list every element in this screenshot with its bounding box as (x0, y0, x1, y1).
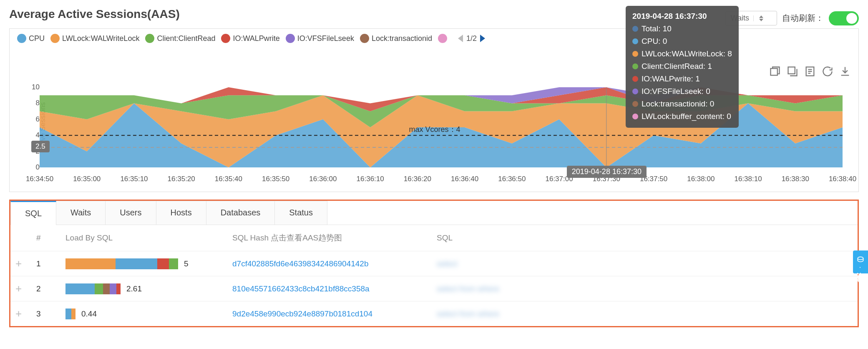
tab-waits[interactable]: Waits (56, 201, 106, 225)
load-segment (116, 283, 121, 294)
load-bar (65, 309, 75, 319)
load-segment (65, 283, 95, 294)
legend-label: Lock:transactionid (372, 34, 432, 43)
y-tick: 0 (36, 163, 40, 172)
tab-status[interactable]: Status (275, 201, 327, 225)
sql-hash-link[interactable]: d7cf402885fd6e46398342486904142b (232, 259, 369, 268)
tooltip-row: Total: 10 (632, 23, 732, 35)
legend-prev-icon[interactable] (458, 35, 463, 42)
load-value: 0.44 (81, 309, 97, 319)
legend-label: LWLock:WALWriteLock (62, 34, 139, 43)
row-index: 1 (31, 251, 60, 276)
col-hash: SQL Hash 点击查看AAS趋势图 (227, 225, 432, 251)
zoom-in-icon[interactable] (769, 66, 781, 77)
x-tick: 16:38:30 (782, 175, 809, 183)
x-tick: 16:36:50 (498, 175, 526, 183)
tab-users[interactable]: Users (106, 201, 156, 225)
sql-hash-link[interactable]: 9d2e458e990ecb924e8897b0181cd104 (232, 309, 372, 318)
max-vcores-label: max Vcores：4 (409, 124, 460, 134)
refresh-icon[interactable] (822, 66, 833, 77)
tooltip-dot (632, 89, 638, 94)
legend-next-icon[interactable] (480, 35, 485, 42)
x-tick: 16:35:00 (73, 175, 101, 183)
tab-databases[interactable]: Databases (206, 201, 275, 225)
expand-row-icon[interactable]: + (15, 307, 22, 320)
chart-tooltip: 2019-04-28 16:37:30Total: 10CPU: 0LWLock… (626, 6, 739, 128)
col-load: Load By SQL (60, 225, 227, 251)
legend-swatch (360, 34, 369, 43)
tooltip-dot (632, 26, 638, 32)
x-tick: 16:38:40 (829, 175, 856, 183)
x-tick: 16:35:50 (262, 175, 289, 183)
load-segment (110, 283, 116, 294)
tooltip-row: IO:WALPwrite: 1 (632, 73, 732, 85)
auto-refresh-label: 自动刷新： (782, 13, 824, 24)
download-icon[interactable] (839, 66, 851, 77)
legend-swatch (50, 34, 60, 43)
load-segment (103, 283, 110, 294)
legend-label: IO:VFSFileLseek (297, 34, 354, 43)
tooltip-row: IO:VFSFileLseek: 0 (632, 85, 732, 98)
legend-label: IO:WALPwrite (233, 34, 279, 43)
legend-swatch (17, 34, 26, 43)
legend-swatch (221, 34, 230, 43)
feedback-button[interactable]: 咨询·建议 (853, 250, 868, 273)
legend-item[interactable]: LWLock:WALWriteLock (50, 34, 139, 43)
tooltip-dot (632, 76, 638, 82)
load-segment (71, 309, 75, 319)
table-row: + 2 2.61 810e45571662433c8cb421bf88cc358… (10, 276, 858, 301)
x-tick: 16:35:40 (215, 175, 242, 183)
tooltip-dot (632, 38, 638, 44)
x-tick: 16:38:00 (687, 175, 715, 183)
tooltip-row: LWLock:WALWriteLock: 8 (632, 48, 732, 60)
legend-item[interactable]: IO:VFSFileLseek (286, 34, 354, 43)
load-segment (116, 258, 157, 269)
row-index: 2 (31, 276, 60, 301)
dropdown-handle-icon (753, 15, 765, 21)
legend-pager: 1/2 (458, 34, 485, 43)
tooltip-dot (632, 101, 638, 107)
legend-item[interactable]: Lock:transactionid (360, 34, 432, 43)
tooltip-row: LWLock:buffer_content: 0 (632, 110, 732, 123)
y-tick: 6 (36, 115, 40, 124)
legend-label: CPU (29, 34, 45, 43)
load-segment (65, 309, 71, 319)
zoom-reset-icon[interactable] (787, 66, 798, 77)
sql-hash-link[interactable]: 810e45571662433c8cb421bf88cc358a (232, 284, 370, 293)
tab-hosts[interactable]: Hosts (156, 201, 206, 225)
load-bar (65, 283, 121, 294)
hover-time-badge: 2019-04-28 16:37:30 (567, 166, 647, 178)
x-tick: 16:35:20 (168, 175, 195, 183)
auto-refresh-switch[interactable] (829, 11, 859, 25)
x-tick: 16:36:40 (451, 175, 478, 183)
x-tick: 16:34:50 (26, 175, 53, 183)
legend-item[interactable]: IO:WALPwrite (221, 34, 279, 43)
svg-rect-1 (788, 67, 795, 74)
load-bar (65, 258, 178, 269)
load-value: 2.61 (126, 284, 142, 293)
y-tick: 4 (36, 131, 40, 139)
table-row: + 1 5 d7cf402885fd6e46398342486904142b s… (10, 251, 858, 276)
sql-preview: select from where (437, 309, 499, 318)
legend-label: Client:ClientRead (157, 34, 215, 43)
tooltip-row: Lock:transactionid: 0 (632, 98, 732, 110)
legend-item[interactable]: CPU (17, 34, 45, 43)
expand-row-icon[interactable]: + (15, 257, 22, 270)
chart-toolbar (769, 66, 851, 77)
x-tick: 16:36:20 (404, 175, 431, 183)
x-tick: 16:36:00 (309, 175, 337, 183)
sql-preview: select (437, 259, 458, 268)
load-segment (169, 258, 178, 269)
tab-sql[interactable]: SQL (10, 201, 56, 225)
data-view-icon[interactable] (804, 66, 816, 77)
legend-page-text: 1/2 (466, 34, 477, 43)
row-index: 3 (31, 301, 60, 326)
expand-row-icon[interactable]: + (15, 282, 22, 295)
tooltip-row: Client:ClientRead: 1 (632, 60, 732, 73)
legend-swatch (145, 34, 154, 43)
load-value: 5 (184, 259, 189, 268)
legend-item[interactable]: Client:ClientRead (145, 34, 215, 43)
legend-swatch (438, 34, 447, 43)
col-index: # (31, 225, 60, 251)
table-row: + 3 0.44 9d2e458e990ecb924e8897b0181cd10… (10, 301, 858, 326)
